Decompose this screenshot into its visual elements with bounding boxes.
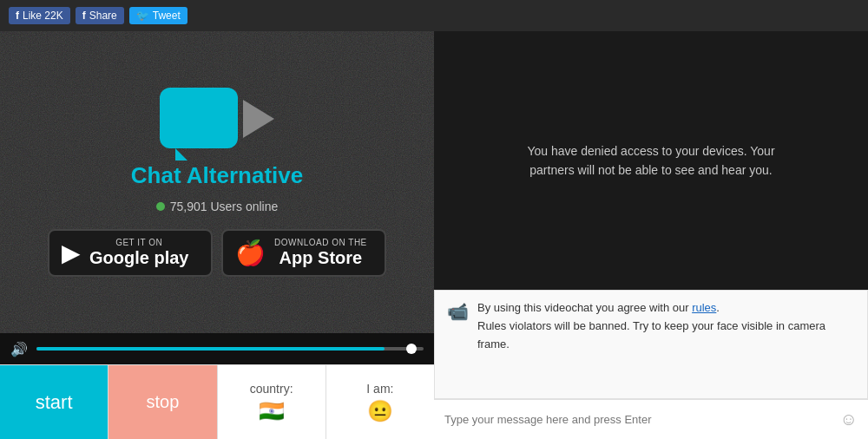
- main-area: Chat Alternative 75,901 Users online ▶ G…: [0, 31, 868, 439]
- like-label: Like 22K: [23, 10, 63, 22]
- google-play-icon: ▶: [62, 239, 81, 267]
- share-label: Share: [89, 10, 117, 22]
- camera-icon: [243, 100, 274, 138]
- rules-link[interactable]: rules: [692, 301, 716, 314]
- title-alt: Alternative: [181, 162, 304, 188]
- left-panel: Chat Alternative 75,901 Users online ▶ G…: [0, 31, 434, 439]
- users-count: 75,901 Users online: [170, 200, 279, 213]
- video-content: Chat Alternative 75,901 Users online ▶ G…: [48, 88, 386, 277]
- google-play-button[interactable]: ▶ GET IT ON Google play: [48, 229, 213, 277]
- title-chat: Chat: [131, 162, 181, 188]
- iam-button[interactable]: I am: 😐: [326, 365, 434, 439]
- tweet-label: Tweet: [153, 10, 181, 22]
- video-chat-icon: 📹: [447, 301, 469, 322]
- app-store-text: Download on the App Store: [274, 238, 367, 268]
- start-label: start: [36, 391, 73, 414]
- facebook-share-button[interactable]: f Share: [76, 7, 124, 24]
- volume-slider[interactable]: [36, 347, 424, 351]
- chat-notice: 📹 By using this videochat you agree with…: [434, 290, 868, 399]
- country-flag: 🇮🇳: [259, 399, 285, 423]
- twitter-tweet-button[interactable]: 🐦 Tweet: [129, 7, 187, 24]
- facebook-like-button[interactable]: f Like 22K: [9, 7, 70, 24]
- chat-input[interactable]: [444, 413, 833, 426]
- users-online: 75,901 Users online: [156, 200, 279, 213]
- iam-emoji: 😐: [367, 399, 393, 423]
- twitter-icon: 🐦: [136, 10, 149, 22]
- volume-icon[interactable]: 🔊: [10, 341, 28, 357]
- google-play-small: GET IT ON: [89, 238, 188, 247]
- start-button[interactable]: start: [0, 365, 108, 439]
- right-panel: You have denied access to your devices. …: [434, 31, 868, 439]
- bottom-controls: start stop country: 🇮🇳 I am: 😐: [0, 364, 434, 439]
- camera-denied-message: You have denied access to your devices. …: [434, 31, 868, 290]
- stop-button[interactable]: stop: [108, 365, 217, 439]
- stop-label: stop: [146, 392, 179, 412]
- country-button[interactable]: country: 🇮🇳: [218, 365, 326, 439]
- country-label: country:: [250, 382, 293, 396]
- volume-thumb: [406, 344, 417, 354]
- top-bar: f Like 22K f Share 🐦 Tweet: [0, 0, 868, 31]
- chat-notice-text: By using this videochat you agree with o…: [477, 299, 855, 353]
- facebook-icon: f: [16, 10, 19, 22]
- app-store-button[interactable]: 🍎 Download on the App Store: [221, 229, 386, 277]
- google-play-text: GET IT ON Google play: [89, 238, 188, 268]
- iam-label: I am:: [366, 382, 393, 396]
- online-dot: [156, 202, 165, 211]
- apple-icon: 🍎: [235, 239, 266, 267]
- chat-bubble-icon: [160, 88, 238, 148]
- app-store-big: App Store: [274, 247, 367, 268]
- facebook-share-icon: f: [82, 10, 86, 22]
- notice-text-before: By using this videochat you agree with o…: [477, 301, 692, 314]
- app-store-small: Download on the: [274, 238, 367, 247]
- app-title: Chat Alternative: [131, 162, 303, 189]
- google-play-big: Google play: [89, 247, 188, 268]
- chat-input-area: ☺: [434, 399, 868, 439]
- volume-fill: [36, 347, 385, 351]
- logo-icon: [160, 88, 274, 148]
- chat-bottom: 📹 By using this videochat you agree with…: [434, 290, 868, 439]
- emoji-button[interactable]: ☺: [840, 410, 858, 429]
- camera-denied-text: You have denied access to your devices. …: [512, 141, 790, 180]
- video-area: Chat Alternative 75,901 Users online ▶ G…: [0, 31, 434, 333]
- app-buttons: ▶ GET IT ON Google play 🍎 Download on th…: [48, 229, 386, 277]
- volume-bar: 🔊: [0, 333, 434, 364]
